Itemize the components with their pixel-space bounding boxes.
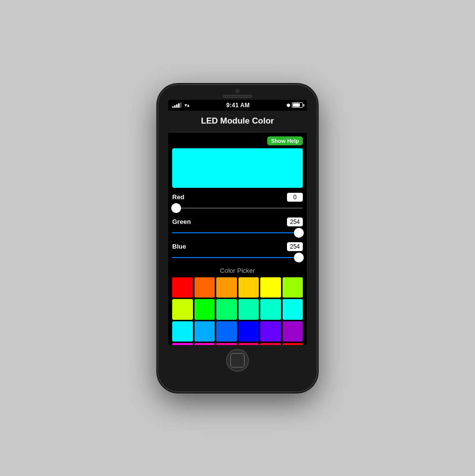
status-right: ⬢ xyxy=(286,102,303,108)
green-slider-track-container[interactable] xyxy=(172,227,303,238)
home-button[interactable] xyxy=(226,349,249,372)
color-cell[interactable] xyxy=(238,299,259,320)
color-cell[interactable] xyxy=(172,277,193,298)
help-row: Show Help xyxy=(172,136,303,145)
color-cell[interactable] xyxy=(283,343,303,345)
navigation-bar: LED Module Color xyxy=(168,111,307,132)
blue-slider-track xyxy=(172,257,303,258)
speaker-grille xyxy=(223,95,252,98)
color-picker-title: Color Picker xyxy=(172,267,303,274)
color-cell[interactable] xyxy=(238,321,259,342)
green-slider-row: Green 254 xyxy=(172,217,303,238)
blue-slider-track-container[interactable] xyxy=(172,252,303,263)
home-button-area xyxy=(226,349,249,372)
color-cell[interactable] xyxy=(283,299,303,320)
red-slider-row: Red 0 xyxy=(172,193,303,214)
color-cell[interactable] xyxy=(238,277,259,298)
blue-slider-thumb[interactable] xyxy=(294,253,304,262)
phone-top xyxy=(158,85,317,100)
color-cell[interactable] xyxy=(216,343,237,345)
red-slider-track xyxy=(172,208,303,209)
color-cell[interactable] xyxy=(194,321,215,342)
blue-slider-label: Blue xyxy=(172,243,186,250)
wifi-icon: ▾▴ xyxy=(185,102,190,108)
color-cell[interactable] xyxy=(260,321,281,342)
bluetooth-icon: ⬢ xyxy=(286,103,290,108)
camera-icon xyxy=(236,89,239,93)
blue-slider-row: Blue 254 xyxy=(172,242,303,263)
red-slider-value: 0 xyxy=(287,193,303,202)
color-cell[interactable] xyxy=(260,299,281,320)
show-help-button[interactable]: Show Help xyxy=(267,136,303,145)
green-slider-fill xyxy=(172,232,303,233)
color-cell[interactable] xyxy=(260,343,281,345)
color-cell[interactable] xyxy=(283,321,303,342)
battery-icon xyxy=(292,102,303,108)
color-picker-section: Color Picker xyxy=(172,267,303,345)
home-button-inner xyxy=(230,353,245,368)
color-cell[interactable] xyxy=(172,321,193,342)
signal-icon xyxy=(172,102,182,108)
color-cell[interactable] xyxy=(216,321,237,342)
color-cell[interactable] xyxy=(260,277,281,298)
color-cell[interactable] xyxy=(194,343,215,345)
color-cell[interactable] xyxy=(172,343,193,345)
color-cell[interactable] xyxy=(283,277,303,298)
sliders-section: Red 0 Green 254 xyxy=(172,193,303,263)
color-cell[interactable] xyxy=(194,277,215,298)
green-slider-thumb[interactable] xyxy=(294,228,304,238)
color-cell[interactable] xyxy=(216,277,237,298)
red-slider-track-container[interactable] xyxy=(172,203,303,214)
phone-screen: ▾▴ 9:41 AM ⬢ LED Module Color Show Help xyxy=(168,100,307,345)
color-cell[interactable] xyxy=(194,299,215,320)
green-slider-track xyxy=(172,232,303,233)
blue-slider-value: 254 xyxy=(287,242,303,251)
red-slider-thumb[interactable] xyxy=(171,203,181,213)
phone-device: ▾▴ 9:41 AM ⬢ LED Module Color Show Help xyxy=(158,85,317,391)
app-content: Show Help Red 0 xyxy=(168,132,307,345)
status-bar: ▾▴ 9:41 AM ⬢ xyxy=(168,100,307,111)
color-grid xyxy=(172,277,303,345)
color-cell[interactable] xyxy=(216,299,237,320)
color-cell[interactable] xyxy=(238,343,259,345)
color-preview xyxy=(172,148,303,188)
green-slider-value: 254 xyxy=(287,217,303,226)
blue-slider-fill xyxy=(172,257,303,258)
status-left: ▾▴ xyxy=(172,102,190,108)
red-slider-label: Red xyxy=(172,193,185,201)
color-cell[interactable] xyxy=(172,299,193,320)
green-slider-label: Green xyxy=(172,218,191,225)
page-title: LED Module Color xyxy=(201,116,274,126)
status-time: 9:41 AM xyxy=(226,102,250,109)
